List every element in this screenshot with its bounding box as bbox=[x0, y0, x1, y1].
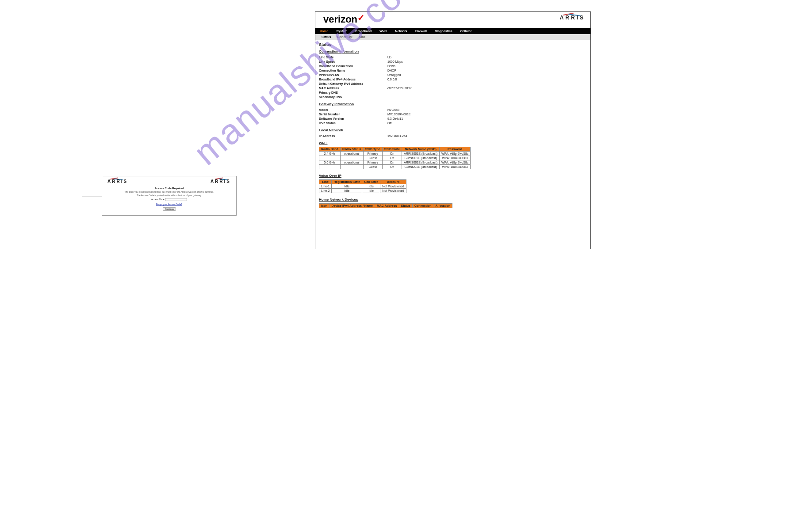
hnd-table-header: Connection bbox=[412, 204, 433, 208]
wifi-table-cell: WPA: 1804289383 bbox=[440, 165, 471, 169]
gateway-status-page: verizon✓ ARRIS Home System Broadband Wi-… bbox=[315, 11, 591, 249]
connection-info-key: Secondary DNS bbox=[319, 95, 387, 99]
access-code-dialog: ARRIS ARRIS Access Code Required The pag… bbox=[102, 176, 237, 216]
wifi-table-row: 5.0 GHzoperationalPrimaryOnARRIS001E (Br… bbox=[319, 160, 471, 165]
nav-network[interactable]: Network bbox=[395, 30, 407, 33]
access-code-title: Access Code Required bbox=[102, 187, 236, 190]
forgot-access-code-link[interactable]: Forgot your Access Code? bbox=[102, 203, 236, 205]
connection-info-value: 1000 Mbps bbox=[387, 60, 403, 64]
sub-nav: Status Device List Alias bbox=[315, 34, 590, 40]
home-network-devices-table: IconDevice IPv4 Address / NameMAC Addres… bbox=[319, 203, 452, 208]
local-network-row: IP Address192.168.1.254 bbox=[319, 134, 587, 138]
connection-info-row: VPI/VCI/VLANUntagged bbox=[319, 73, 587, 77]
connection-info-value: DHCP bbox=[387, 68, 396, 73]
gateway-info-heading: Gateway Information bbox=[319, 102, 587, 106]
wifi-table-cell bbox=[340, 156, 363, 160]
connection-info-key: Default Gateway IPv4 Address bbox=[319, 82, 387, 86]
wifi-table: Radio BandRadio StatusSSID TypeSSID Stat… bbox=[319, 147, 471, 169]
hnd-table-header: Allocation bbox=[433, 204, 452, 208]
arris-logo-right: ARRIS bbox=[211, 179, 231, 184]
verizon-logo: verizon✓ bbox=[323, 14, 365, 25]
wifi-table-cell: ARRIS001E (Broadcast) bbox=[402, 152, 440, 156]
wifi-table-cell: 2.4 GHz bbox=[319, 152, 341, 156]
connection-info-row: Link Speed1000 Mbps bbox=[319, 60, 587, 64]
wifi-table-row: GuestOffGuest001E (Broadcast)WPA: 180428… bbox=[319, 156, 471, 160]
gateway-info-row: ModelNVG558 bbox=[319, 108, 587, 112]
hnd-table-header: Status bbox=[399, 204, 412, 208]
gateway-info-row: Serial NumberMV1958RN001E bbox=[319, 112, 587, 117]
voip-table-cell: Idle bbox=[332, 184, 362, 189]
connection-info-key: Broadband IPv4 Address bbox=[319, 77, 387, 82]
voip-table-cell: Not Provisioned bbox=[380, 189, 406, 193]
voip-table-cell: Line-1 bbox=[319, 184, 332, 189]
connection-info-key: Connection Name bbox=[319, 68, 387, 73]
wifi-table-cell bbox=[319, 156, 341, 160]
wifi-table-cell bbox=[319, 165, 341, 169]
access-code-input-row: Access Code bbox=[102, 198, 236, 201]
access-code-label: Access Code bbox=[151, 198, 164, 201]
access-code-desc-2: The Access Code is printed on the side o… bbox=[102, 194, 236, 197]
nav-cellular[interactable]: Cellular bbox=[460, 30, 472, 33]
connection-info-row: Broadband IPv4 Address0.0.0.0 bbox=[319, 77, 587, 82]
wifi-table-row: GuestOffGuest001E (Broadcast)WPA: 180428… bbox=[319, 165, 471, 169]
voip-table-cell: Idle bbox=[362, 184, 380, 189]
access-code-input[interactable] bbox=[165, 198, 187, 201]
continue-button[interactable]: Continue bbox=[163, 207, 176, 211]
arris-logo: ARRIS bbox=[560, 15, 585, 21]
voip-table-cell: Not Provisioned bbox=[380, 184, 406, 189]
connection-info-value: 0.0.0.0 bbox=[387, 77, 397, 82]
voip-table-cell: Line-2 bbox=[319, 189, 332, 193]
gateway-info-value: Off bbox=[387, 121, 391, 126]
subnav-alias[interactable]: Alias bbox=[359, 35, 365, 38]
voip-table-row: Line-2IdleIdleNot Provisioned bbox=[319, 189, 406, 193]
wifi-table-header: Radio Band bbox=[319, 147, 341, 152]
voip-table-header: Registration State bbox=[332, 180, 362, 184]
wifi-table-cell: Off bbox=[382, 165, 402, 169]
voip-table: LineRegistration StateCall StateAccount … bbox=[319, 179, 406, 193]
nav-wifi[interactable]: Wi-Fi bbox=[379, 30, 387, 33]
wifi-table-cell: WPA: vtf8pr7wq58c bbox=[440, 160, 471, 165]
nav-broadband[interactable]: Broadband bbox=[355, 30, 372, 33]
connection-info-row: Default Gateway IPv4 Address bbox=[319, 82, 587, 86]
nav-firewall[interactable]: Firewall bbox=[415, 30, 427, 33]
voip-table-header: Call State bbox=[362, 180, 380, 184]
voip-table-cell: Idle bbox=[362, 189, 380, 193]
arris-logo-left: ARRIS bbox=[107, 179, 128, 184]
connection-info-key: Line State bbox=[319, 55, 387, 60]
wifi-table-cell: Guest001E (Broadcast) bbox=[402, 156, 440, 160]
nav-home[interactable]: Home bbox=[320, 30, 328, 33]
connection-info-value: Down bbox=[387, 64, 395, 68]
connection-info-heading: Connection Information bbox=[319, 49, 587, 53]
wifi-table-cell: operational bbox=[340, 160, 363, 165]
wifi-table-cell: ARRIS001E (Broadcast) bbox=[402, 160, 440, 165]
local-network-value: 192.168.1.254 bbox=[387, 134, 407, 138]
connection-info-row: Connection NameDHCP bbox=[319, 68, 587, 73]
wifi-table-cell bbox=[340, 165, 363, 169]
gateway-info-value: MV1958RN001E bbox=[387, 112, 411, 117]
wifi-table-header: Radio Status bbox=[340, 147, 363, 152]
wifi-table-cell: WPA: vtf8pr7wq58c bbox=[440, 152, 471, 156]
nav-diagnostics[interactable]: Diagnostics bbox=[435, 30, 452, 33]
connection-info-key: MAC Address bbox=[319, 86, 387, 91]
wifi-table-cell: operational bbox=[340, 152, 363, 156]
wifi-table-header: Network Name (SSID) bbox=[402, 147, 440, 152]
nav-system[interactable]: System bbox=[336, 30, 347, 33]
access-code-desc-1: The page you requested is protected. You… bbox=[102, 190, 236, 193]
gateway-info-key: Serial Number bbox=[319, 112, 387, 117]
voip-heading: Voice Over IP bbox=[319, 174, 587, 178]
wifi-table-row: 2.4 GHzoperationalPrimaryOnARRIS001E (Br… bbox=[319, 152, 471, 156]
connection-info-value: c8:52:61:2e:20:7d bbox=[387, 86, 412, 91]
wifi-table-cell: WPA: 1804289383 bbox=[440, 156, 471, 160]
page-body: Status Connection Information Line State… bbox=[315, 40, 590, 212]
gateway-info-key: Model bbox=[319, 108, 387, 112]
wifi-table-cell: On bbox=[382, 160, 402, 165]
main-nav: Home System Broadband Wi-Fi Network Fire… bbox=[315, 28, 590, 34]
gateway-info-value: NVG558 bbox=[387, 108, 399, 112]
gateway-info-value: 9.3.0h4d11 bbox=[387, 117, 403, 121]
subnav-status[interactable]: Status bbox=[322, 35, 331, 38]
subnav-device-list[interactable]: Device List bbox=[337, 35, 352, 38]
wifi-table-header: SSID State bbox=[382, 147, 402, 152]
connection-info-key: Broadband Connection bbox=[319, 64, 387, 68]
connection-info-value: Up bbox=[387, 55, 391, 60]
gateway-info-key: IPv6 Status bbox=[319, 121, 387, 126]
